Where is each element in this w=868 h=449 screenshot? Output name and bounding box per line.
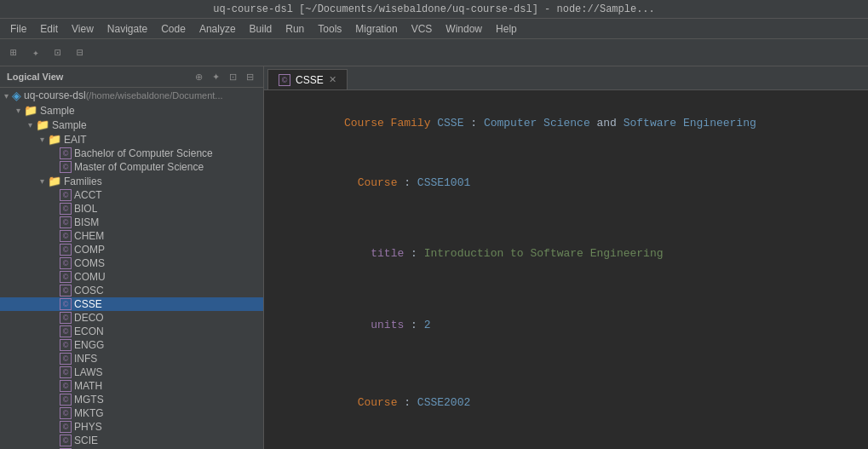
sidebar-item-math[interactable]: © MATH bbox=[0, 379, 263, 393]
file-icon: © bbox=[60, 161, 72, 173]
tree-item-label: Sample bbox=[40, 105, 75, 117]
gear-icon: © bbox=[60, 271, 72, 283]
tree-item-label: Master of Computer Science bbox=[74, 161, 204, 173]
menu-build[interactable]: Build bbox=[243, 21, 279, 37]
menu-analyze[interactable]: Analyze bbox=[193, 21, 243, 37]
tree-item-label: ENGG bbox=[74, 339, 104, 351]
sidebar-header: Logical View ⊕ ✦ ⊡ ⊟ bbox=[0, 66, 263, 88]
course-title-line: title : Introduction to Software Enginee… bbox=[278, 228, 854, 281]
gear-icon: © bbox=[60, 353, 72, 365]
gear-icon: © bbox=[60, 230, 72, 242]
editor-area: Course Family CSSE : Computer Science an… bbox=[264, 90, 868, 449]
menu-window[interactable]: Window bbox=[439, 21, 489, 37]
sidebar-item-bism[interactable]: © BISM bbox=[0, 216, 263, 229]
sidebar-item-infs[interactable]: © INFS bbox=[0, 352, 263, 366]
family-keyword: Course Family bbox=[344, 117, 430, 130]
sidebar-item-bachelor[interactable]: © Bachelor of Computer Science bbox=[0, 147, 263, 160]
toolbar-icon-4[interactable]: ⊟ bbox=[72, 44, 89, 61]
tab-csse-close[interactable]: ✕ bbox=[329, 74, 336, 85]
file-icon: © bbox=[60, 147, 72, 159]
sidebar-item-econ[interactable]: © ECON bbox=[0, 325, 263, 338]
sidebar-item-comu[interactable]: © COMU bbox=[0, 270, 263, 284]
title-bar: uq-course-dsl [~/Documents/wisebaldone/u… bbox=[0, 0, 868, 19]
tree-item-label: COMU bbox=[74, 271, 106, 283]
menu-vcs[interactable]: VCS bbox=[405, 21, 440, 37]
family-name: CSSE bbox=[437, 117, 463, 130]
folder-icon: 📁 bbox=[24, 104, 37, 117]
tree-item-label: CHEM bbox=[74, 230, 104, 242]
sidebar-item-mgts[interactable]: © MGTS bbox=[0, 393, 263, 406]
sidebar-item-coms[interactable]: © COMS bbox=[0, 256, 263, 270]
title-text: uq-course-dsl [~/Documents/wisebaldone/u… bbox=[213, 3, 654, 15]
sidebar-icon-2[interactable]: ✦ bbox=[209, 70, 222, 83]
course-id: CSSE1001 bbox=[417, 176, 470, 189]
tree-item-label: Bachelor of Computer Science bbox=[74, 147, 213, 159]
right-panel: © CSSE ✕ Course Family CSSE : Computer S… bbox=[264, 66, 868, 449]
sidebar-icon-1[interactable]: ⊕ bbox=[192, 70, 205, 83]
gear-icon: © bbox=[60, 298, 72, 310]
sidebar-item-scie[interactable]: © SCIE bbox=[0, 434, 263, 447]
sidebar-item-csse[interactable]: © CSSE bbox=[0, 297, 263, 311]
blank-line bbox=[278, 370, 854, 377]
toolbar-icon-2[interactable]: ✦ bbox=[27, 44, 44, 61]
sidebar-item-mktg[interactable]: © MKTG bbox=[0, 406, 263, 420]
sidebar-item-master[interactable]: © Master of Computer Science bbox=[0, 160, 263, 174]
sidebar-item-deco[interactable]: © DECO bbox=[0, 311, 263, 325]
sidebar-item-phys[interactable]: © PHYS bbox=[0, 420, 263, 434]
course-block-CSSE2002: Course : CSSE2002 title : Programming in… bbox=[278, 370, 854, 449]
gear-icon: © bbox=[60, 189, 72, 201]
sidebar-item-uq-course-dsl[interactable]: ▾ ◈ uq-course-dsl (/home/wisebaldone/Doc… bbox=[0, 88, 263, 103]
course-units: 2 bbox=[424, 319, 431, 331]
gear-icon: © bbox=[60, 421, 72, 433]
gear-icon: © bbox=[60, 435, 72, 446]
module-folder-icon: 📁 bbox=[48, 133, 61, 146]
sidebar-item-chem[interactable]: © CHEM bbox=[0, 229, 263, 243]
tree-arrow: ▾ bbox=[0, 91, 12, 101]
tree-item-label: PHYS bbox=[74, 421, 102, 433]
toolbar-icon-3[interactable]: ⊡ bbox=[49, 44, 66, 61]
family-desc1: Computer Science bbox=[484, 117, 590, 130]
tree-item-label: CSSE bbox=[74, 298, 102, 310]
menu-migration[interactable]: Migration bbox=[348, 21, 404, 37]
gear-icon: © bbox=[60, 380, 72, 392]
menu-file[interactable]: File bbox=[3, 21, 33, 37]
project-icon: ◈ bbox=[12, 89, 21, 102]
menu-view[interactable]: View bbox=[65, 21, 101, 37]
sidebar-item-eait[interactable]: ▾ 📁 EAIT bbox=[0, 132, 263, 147]
sidebar-item-families[interactable]: ▾ 📁 Families bbox=[0, 174, 263, 188]
tab-csse[interactable]: © CSSE ✕ bbox=[267, 69, 348, 89]
sidebar-item-sample-root[interactable]: ▾ 📁 Sample bbox=[0, 103, 263, 118]
menu-code[interactable]: Code bbox=[154, 21, 193, 37]
sidebar-item-sample-sub[interactable]: ▾ 📁 Sample bbox=[0, 118, 263, 132]
tab-csse-icon: © bbox=[279, 74, 290, 86]
menu-run[interactable]: Run bbox=[279, 21, 311, 37]
tree-arrow: ▾ bbox=[12, 106, 24, 115]
sidebar-item-comp[interactable]: © COMP bbox=[0, 243, 263, 256]
main-layout: Logical View ⊕ ✦ ⊡ ⊟ ▾ ◈ uq-course-dsl (… bbox=[0, 66, 868, 449]
course-units-line: units : 2 bbox=[278, 299, 854, 352]
toolbar-icon-1[interactable]: ⊞ bbox=[5, 44, 22, 61]
course-keyword: Course bbox=[331, 396, 397, 409]
menu-tools[interactable]: Tools bbox=[311, 21, 348, 37]
menu-navigate[interactable]: Navigate bbox=[101, 21, 154, 37]
sidebar-item-acct[interactable]: © ACCT bbox=[0, 188, 263, 202]
sidebar-icon-4[interactable]: ⊟ bbox=[243, 70, 256, 83]
tree-item-label: ACCT bbox=[74, 189, 102, 201]
tree-item-label: Sample bbox=[52, 119, 87, 131]
gear-icon: © bbox=[60, 244, 72, 256]
tree-item-label: DECO bbox=[74, 312, 104, 324]
menu-edit[interactable]: Edit bbox=[33, 21, 65, 37]
sidebar-item-cosc[interactable]: © COSC bbox=[0, 284, 263, 297]
sidebar-item-engg[interactable]: © ENGG bbox=[0, 338, 263, 352]
tree-item-label: ECON bbox=[74, 325, 104, 337]
menu-help[interactable]: Help bbox=[489, 21, 524, 37]
gear-icon: © bbox=[60, 407, 72, 419]
gear-icon: © bbox=[60, 285, 72, 296]
tree-item-label: MATH bbox=[74, 380, 102, 392]
courses-container: Course : CSSE1001 title : Introduction t… bbox=[278, 150, 854, 449]
blank-line bbox=[278, 150, 854, 157]
sidebar-item-biol[interactable]: © BIOL bbox=[0, 202, 263, 216]
sidebar-item-laws[interactable]: © LAWS bbox=[0, 366, 263, 379]
gear-icon: © bbox=[60, 312, 72, 324]
sidebar-icon-3[interactable]: ⊡ bbox=[226, 70, 239, 83]
